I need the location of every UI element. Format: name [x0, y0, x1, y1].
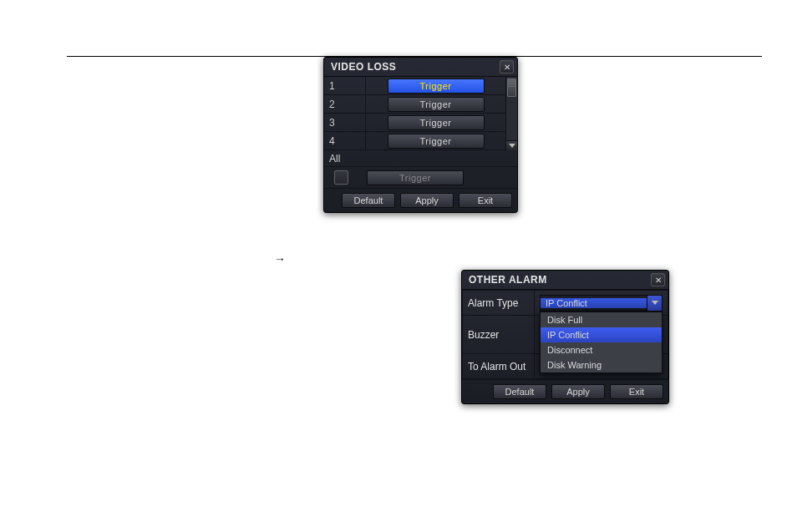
channel-number: 3: [324, 114, 366, 131]
channel-number: 2: [324, 95, 366, 113]
dropdown-option[interactable]: Disk Full: [541, 312, 662, 327]
scrollbar-thumb[interactable]: [507, 79, 516, 97]
all-row: Trigger: [324, 167, 517, 189]
apply-button[interactable]: Apply: [551, 384, 605, 399]
all-checkbox[interactable]: [334, 170, 348, 185]
video-loss-dialog: VIDEO LOSS ✕ 1 Trigger 2 Trigger 3 Trigg…: [323, 57, 518, 213]
all-label: All: [324, 150, 517, 167]
video-loss-list: 1 Trigger 2 Trigger 3 Trigger 4: [324, 77, 505, 150]
trigger-button[interactable]: Trigger: [388, 134, 485, 149]
list-item: 3 Trigger: [324, 114, 505, 132]
trigger-button[interactable]: Trigger: [388, 79, 485, 94]
other-alarm-titlebar: OTHER ALARM ✕: [462, 271, 668, 290]
scroll-down-icon[interactable]: [506, 140, 517, 150]
exit-button[interactable]: Exit: [610, 384, 663, 399]
dropdown-option[interactable]: IP Conflict: [541, 327, 662, 342]
apply-button[interactable]: Apply: [400, 193, 454, 208]
close-icon[interactable]: ✕: [651, 273, 665, 286]
all-trigger-button[interactable]: Trigger: [367, 170, 464, 185]
dropdown-option[interactable]: Disconnect: [541, 342, 662, 357]
alarm-type-dropdown: Disk Full IP Conflict Disconnect Disk Wa…: [540, 312, 662, 373]
channel-number: 4: [324, 132, 366, 149]
close-icon[interactable]: ✕: [500, 60, 514, 73]
alarm-type-select[interactable]: IP Conflict: [540, 295, 662, 312]
list-item: 4 Trigger: [324, 132, 505, 150]
exit-button[interactable]: Exit: [459, 193, 512, 208]
other-alarm-title: OTHER ALARM: [469, 274, 547, 286]
to-alarm-out-label: To Alarm Out: [463, 354, 535, 379]
alarm-type-value: IP Conflict: [541, 298, 647, 308]
video-loss-title: VIDEO LOSS: [331, 61, 396, 73]
scrollbar[interactable]: [505, 77, 517, 150]
list-item: 2 Trigger: [324, 95, 505, 114]
arrow-icon: →: [274, 252, 286, 266]
list-item: 1 Trigger: [324, 77, 505, 95]
trigger-button[interactable]: Trigger: [388, 115, 485, 130]
chevron-down-icon[interactable]: [647, 296, 662, 311]
other-alarm-dialog: OTHER ALARM ✕ Alarm Type IP Conflict Dis…: [461, 270, 669, 404]
alarm-type-label: Alarm Type: [463, 291, 535, 316]
channel-number: 1: [324, 77, 366, 94]
buzzer-label: Buzzer: [463, 316, 535, 354]
video-loss-titlebar: VIDEO LOSS ✕: [324, 58, 517, 77]
default-button[interactable]: Default: [493, 384, 546, 399]
trigger-button[interactable]: Trigger: [388, 97, 485, 112]
dropdown-option[interactable]: Disk Warning: [541, 357, 662, 372]
default-button[interactable]: Default: [342, 193, 395, 208]
